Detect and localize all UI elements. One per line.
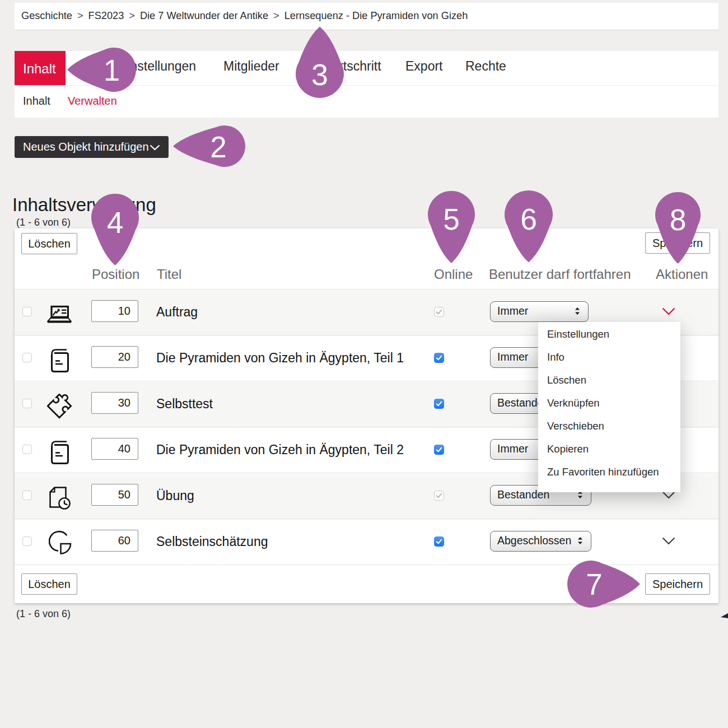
svg-text:2: 2 [210,130,226,164]
svg-text:8: 8 [670,203,687,236]
svg-text:3: 3 [311,58,328,91]
svg-text:5: 5 [443,203,460,236]
svg-text:4: 4 [107,206,124,239]
svg-text:6: 6 [520,203,537,236]
svg-text:7: 7 [586,568,602,601]
svg-text:1: 1 [103,53,119,86]
